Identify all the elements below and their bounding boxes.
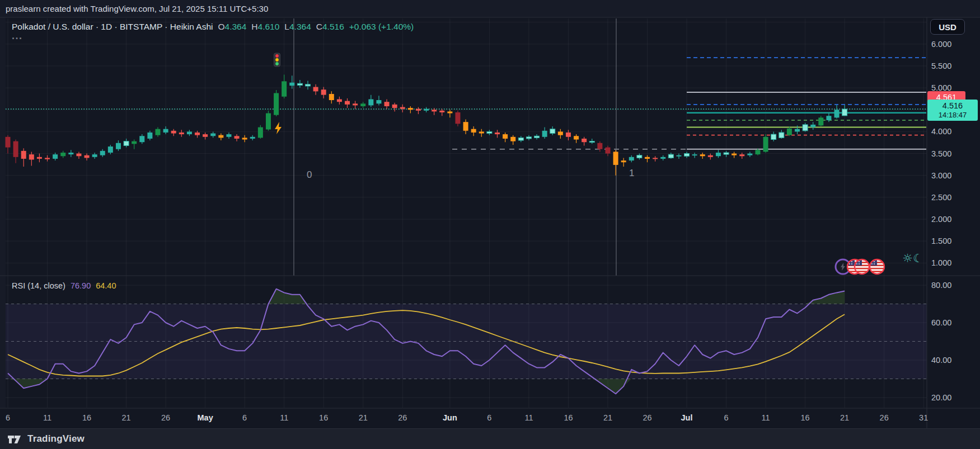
candle-body [716,153,721,156]
time-axis-label: 11 [43,413,51,422]
candle-body [653,158,658,159]
tradingview-wordmark: TradingView [27,433,85,445]
symbol-legend: Polkadot / U.S. dollar · 1D · BITSTAMP ·… [12,22,414,32]
price-axis-label: 3.500 [931,149,951,158]
symbol-title[interactable]: Polkadot / U.S. dollar · 1D · BITSTAMP ·… [12,22,213,31]
time-axis-label: 26 [643,413,651,422]
candle-body [605,148,610,154]
rsi-overbought-fill [8,289,845,304]
candle-body [708,155,713,157]
candle-body [329,94,334,100]
candle-body [739,154,744,156]
candle-body [724,153,729,154]
time-axis-label: 11 [762,413,770,422]
last-price-tag: 4.51614:18:47 [927,100,978,121]
left-margin [0,17,6,408]
candle-body [203,134,208,137]
price-change: +0.063 (+1.40%) [349,22,414,31]
price-level-lines[interactable] [452,58,926,149]
candle-body [700,154,705,156]
candle-body [345,101,350,105]
candle-body [187,131,192,134]
candle-body [416,109,421,111]
candle-body [235,136,240,139]
candle-body [432,110,437,111]
candle-body [337,99,342,102]
candle-body [842,109,847,116]
candle-body [763,137,768,152]
last-price-value: 4.516 [929,101,977,111]
candle-body [645,157,650,159]
rsi-axis-label: 40.00 [931,356,951,365]
time-axis-label: 6 [724,413,729,422]
wave-label: 1 [629,168,634,178]
candle-body [471,129,476,133]
candle-body [6,137,11,148]
price-axis-label: 4.000 [931,127,951,136]
candle-body [558,131,563,135]
candle-body [542,131,547,137]
candle-body [29,154,34,159]
wave-label: 0 [307,169,312,180]
rsi-axis-label: 60.00 [931,318,951,327]
ohlc-high-value: 4.610 [258,22,280,31]
us-flag-emoji [855,259,869,274]
rsi-axis-label: 80.00 [931,281,951,290]
tradingview-logo-icon [7,432,22,447]
candle-body [305,84,310,86]
rsi-ma-value: 64.40 [96,281,116,290]
legend-more-button[interactable]: ... [12,31,23,41]
time-axis-label: Jun [443,413,457,422]
candle-body [747,154,752,155]
bottom-bar: TradingView [0,428,980,449]
ohlc-close-letter: C [316,22,322,31]
rsi-value: 76.90 [71,281,91,290]
time-axis-label: 21 [603,413,612,422]
candle-body [45,158,50,159]
rsi-legend: RSI (14, close)76.9064.40 [12,281,116,290]
candle-body [574,136,579,139]
candle-body [668,154,673,158]
time-axis-label: 16 [319,413,328,422]
candle-body [400,107,405,109]
time-axis-label: 16 [801,413,810,422]
candle-body [510,137,515,141]
time-axis-label: 21 [840,413,849,422]
candle-body [550,129,555,134]
time-axis-label: 6 [6,413,10,422]
candle-body [313,87,318,92]
candle-body [85,155,90,158]
candle-body [195,133,200,135]
candle-body [684,154,690,157]
time-axis[interactable]: 611162126May611162126Jun611162126Jul6111… [0,408,927,428]
candle-body [526,137,531,139]
time-axis-label: Jul [681,413,693,422]
rsi-label[interactable]: RSI (14, close) [12,281,65,290]
candle-body [795,129,800,132]
candle-body [787,129,792,135]
rsi-pane [6,285,927,398]
time-axis-label: 6 [487,413,491,422]
chart-canvas[interactable]: 01☼☾ [0,0,980,449]
ohlc-close-value: 4.516 [322,22,344,31]
candle-body [810,125,815,127]
us-flag-emoji [870,259,884,274]
price-axis[interactable]: 6.0005.5005.0004.0003.5003.0002.5002.000… [927,17,980,408]
candle-body [218,135,223,138]
ohlc-low-letter: L [284,22,289,31]
candle-body [92,154,97,157]
price-axis-label: 2.000 [931,215,951,224]
candle-body [132,141,137,144]
candle-body [629,157,634,160]
candle-body [439,111,444,112]
candle-body [834,110,840,117]
price-axis-label: 2.500 [931,193,951,202]
candle-body [692,154,697,155]
candle-body [297,83,302,85]
price-axis-label: 5.500 [931,62,951,70]
rsi-oversold-fill [8,379,845,394]
time-axis-label: 11 [524,413,533,422]
candle-body [76,154,81,157]
candle-body [487,131,492,133]
candle-body [495,133,500,134]
